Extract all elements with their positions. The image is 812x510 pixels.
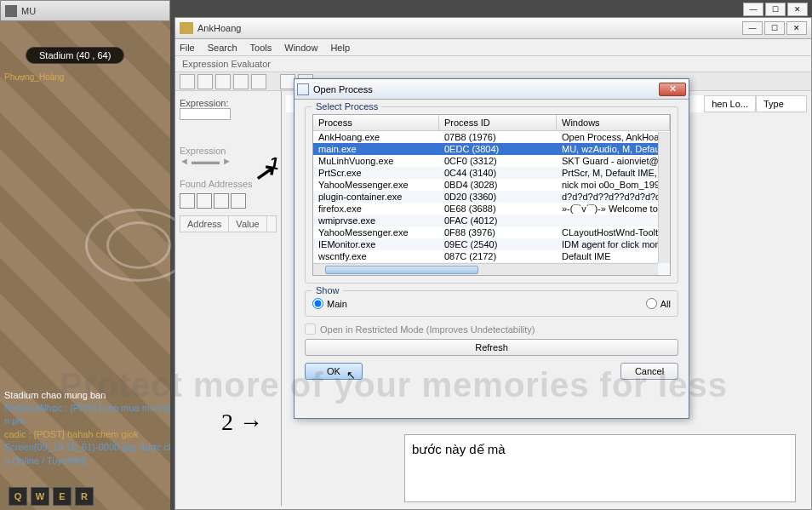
show-group: Show Main All <box>305 290 678 317</box>
mu-hotkey-bar: QWER <box>9 487 94 506</box>
process-row[interactable]: MuLinhVuong.exe0CF0 (3312)SKT Guard - ai… <box>313 155 670 167</box>
ankhoang-titlebar[interactable]: AnkHoang — ☐ ✕ <box>175 18 811 39</box>
col-windows[interactable]: Windows <box>557 115 670 130</box>
process-list[interactable]: Process Process ID Windows AnkHoang.exe0… <box>312 114 671 276</box>
open-process-titlebar[interactable]: Open Process ✕ <box>294 79 689 100</box>
radio-all[interactable]: All <box>646 298 671 309</box>
group-label: Show <box>312 285 343 295</box>
restricted-mode-checkbox <box>305 324 316 335</box>
tool-icon[interactable] <box>214 193 229 209</box>
process-row[interactable]: plugin-container.exe0D20 (3360)d?d?d?d??… <box>313 191 670 203</box>
dialog-icon <box>297 83 309 95</box>
expression-label: Expression: <box>180 98 228 108</box>
tool-icon[interactable] <box>180 193 195 209</box>
mu-title: MU <box>21 6 165 16</box>
refresh-button[interactable]: Refresh <box>305 339 678 356</box>
hotkey-r[interactable]: R <box>75 487 94 506</box>
ok-button[interactable]: OK ↖ <box>305 363 363 380</box>
mu-app-icon <box>5 5 17 17</box>
vertical-scrollbar[interactable] <box>658 132 670 263</box>
ankhoang-left-panel: Expression: Expression◄ ▬▬▬ ► Found Addr… <box>175 91 282 506</box>
col-value[interactable]: Value <box>229 216 266 232</box>
process-row[interactable]: wscntfy.exe087C (2172)Default IME <box>313 250 670 262</box>
chat-line: cadic : [POST] hahah chem giok <box>4 428 170 441</box>
mu-game-window: MU Stadium (40 , 64) Phượng_Hoàng Stadiu… <box>0 0 170 510</box>
toolbar-btn[interactable] <box>233 74 249 89</box>
col-process-id[interactable]: Process ID <box>439 115 557 130</box>
mu-titlebar[interactable]: MU <box>0 0 170 21</box>
toolbar-btn[interactable] <box>180 74 195 89</box>
restricted-mode-label: Open in Restricted Mode (Improves Undete… <box>320 324 535 335</box>
hotkey-e[interactable]: E <box>53 487 71 506</box>
open-process-title: Open Process <box>313 84 659 95</box>
tool-icon[interactable] <box>197 193 212 209</box>
mu-viewport[interactable]: Stadium (40 , 64) Phượng_Hoàng Stadium c… <box>0 21 170 510</box>
close-button[interactable]: ✕ <box>787 3 808 16</box>
mu-character-name: Phượng_Hoàng <box>4 72 64 82</box>
process-row[interactable]: main.exe0EDC (3804)MU, wzAudio, M, Defau… <box>313 143 670 155</box>
process-row[interactable]: AnkHoang.exe07B8 (1976)Open Process, Ank… <box>313 131 670 143</box>
open-process-dialog: Open Process ✕ Select Process Process Pr… <box>294 78 689 419</box>
close-button[interactable]: ✕ <box>786 21 807 35</box>
process-row[interactable]: IEMonitor.exe09EC (2540)IDM agent for cl… <box>313 238 670 250</box>
maximize-button[interactable]: ☐ <box>764 21 785 35</box>
process-row[interactable]: wmiprvse.exe0FAC (4012) <box>313 215 670 226</box>
chat-line: u Online / TuyetNhi] <box>4 455 170 467</box>
hotkey-q[interactable]: Q <box>9 487 27 506</box>
mu-location-badge: Stadium (40 , 64) <box>26 47 124 64</box>
hotkey-w[interactable]: W <box>31 487 49 506</box>
ankhoang-app-icon <box>180 22 193 34</box>
menu-search[interactable]: Search <box>208 43 237 53</box>
toolbar-btn[interactable] <box>215 74 231 89</box>
chat-line: n pm <box>4 415 170 427</box>
chat-line: Stadium chao mung ban <box>4 389 170 402</box>
ankhoang-subheader: Expression Evaluator <box>175 56 811 72</box>
select-process-group: Select Process Process Process ID Window… <box>305 106 678 284</box>
maximize-button[interactable]: ☐ <box>765 3 786 16</box>
toolbar-btn[interactable] <box>251 74 266 89</box>
annotation-note: bước này dế mà <box>404 434 796 502</box>
horizontal-scrollbar[interactable] <box>313 263 658 275</box>
menu-tools[interactable]: Tools <box>250 43 272 53</box>
chat-line: NhỌcLạNhọc : [POST] can mua mu trau xanh <box>4 402 170 415</box>
process-list-header: Process Process ID Windows <box>313 115 670 131</box>
toolbar-btn[interactable] <box>197 74 213 89</box>
minimize-button[interactable]: — <box>743 3 763 16</box>
found-addresses-label: Found Addresses <box>180 179 277 189</box>
cancel-button[interactable]: Cancel <box>620 363 678 380</box>
process-row[interactable]: YahooMessenger.exe0F88 (3976)CLayoutHost… <box>313 226 670 238</box>
ankhoang-menubar: FileSearchToolsWindowHelp <box>175 39 811 56</box>
restricted-mode-row[interactable]: Open in Restricted Mode (Improves Undete… <box>305 324 678 335</box>
menu-window[interactable]: Window <box>284 43 317 53</box>
col-type[interactable]: Type <box>756 95 807 112</box>
radio-main-input[interactable] <box>312 298 323 309</box>
close-button[interactable]: ✕ <box>659 83 686 96</box>
cursor-icon: ↖ <box>346 369 356 381</box>
ankhoang-title: AnkHoang <box>197 23 741 33</box>
chat-line: Screen(09_19-10_61)-0000.jpg: được chup … <box>4 441 170 454</box>
process-row[interactable]: PrtScr.exe0C44 (3140)PrtScr, M, Default … <box>313 167 670 179</box>
found-columns: Address Value <box>180 215 277 232</box>
expression-label-2: Expression◄ ▬▬▬ ► <box>180 146 277 166</box>
mini-toolbar <box>180 193 277 209</box>
menu-file[interactable]: File <box>180 43 195 53</box>
group-label: Select Process <box>312 101 381 112</box>
radio-main[interactable]: Main <box>312 298 347 309</box>
expression-input[interactable] <box>180 108 231 120</box>
col-henlo[interactable]: hen Lo... <box>704 95 756 112</box>
process-row[interactable]: YahooMessenger.exe0BD4 (3028)nick moi o0… <box>313 179 670 191</box>
process-row[interactable]: firefox.exe0E68 (3688)»-(¯`v´¯)-» Welcom… <box>313 203 670 215</box>
tool-icon[interactable] <box>231 193 246 209</box>
col-address[interactable]: Address <box>180 216 229 232</box>
minimize-button[interactable]: — <box>742 21 763 35</box>
col-process[interactable]: Process <box>313 115 439 130</box>
mu-window-controls: — ☐ ✕ <box>741 3 808 16</box>
mu-chat-log: Stadium chao mung banNhỌcLạNhọc : [POST]… <box>4 389 170 467</box>
menu-help[interactable]: Help <box>330 43 350 53</box>
radio-all-input[interactable] <box>646 298 657 309</box>
